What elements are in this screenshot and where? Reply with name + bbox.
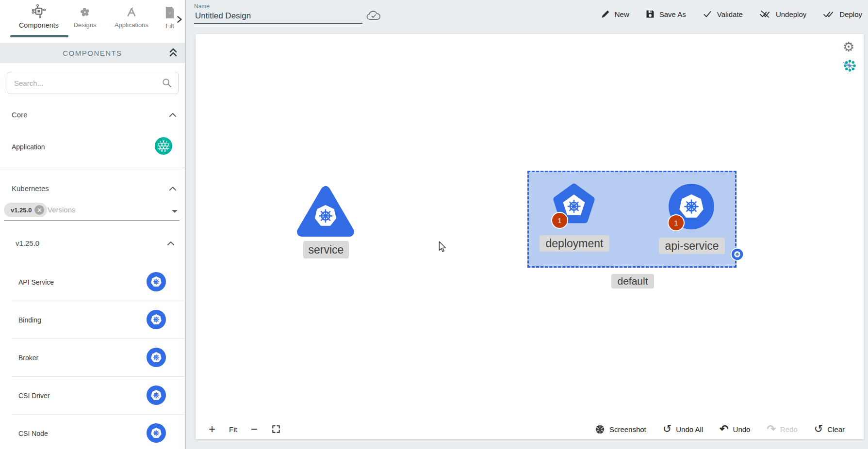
core-collapse-icon[interactable] (169, 112, 177, 117)
redo-button[interactable]: ↷ Redo (767, 424, 797, 434)
component-item[interactable]: Broker (18, 354, 38, 362)
version-chip[interactable]: v1.25.0 ✕ (4, 203, 47, 217)
button-label: Deploy (839, 10, 862, 18)
active-tab-underline (10, 35, 68, 37)
row-divider (12, 301, 185, 301)
check-icon (702, 9, 713, 19)
button-label: Undeploy (776, 10, 806, 18)
deploy-button[interactable]: Deploy (822, 9, 862, 19)
designs-icon (79, 6, 91, 18)
node-label-deployment[interactable]: deployment (540, 235, 609, 252)
section-divider (0, 167, 186, 167)
tabs-scroll-right-icon[interactable] (176, 16, 183, 23)
fit-button[interactable]: Fit (229, 425, 237, 433)
kubernetes-icon[interactable] (147, 348, 166, 367)
button-label: Screenshot (609, 425, 646, 433)
tab-designs[interactable]: Designs (66, 6, 104, 29)
node-service-icon[interactable] (297, 184, 354, 238)
new-button[interactable]: New (601, 9, 629, 19)
design-name-label: Name (194, 3, 210, 10)
undeploy-button[interactable]: Undeploy (759, 9, 806, 19)
button-label: Save As (659, 10, 686, 18)
save-icon (645, 9, 655, 19)
design-name-input[interactable] (194, 11, 361, 21)
clear-button[interactable]: ↺ Clear (814, 424, 845, 434)
versions-select-underline (4, 220, 180, 221)
button-label: Clear (827, 425, 845, 433)
filters-icon: V (164, 6, 176, 19)
components-panel-header: COMPONENTS (0, 43, 185, 63)
panel-title: COMPONENTS (63, 49, 122, 57)
validate-button[interactable]: Validate (702, 9, 743, 19)
history-controls: Screenshot ↺ Undo All ↶ Undo ↷ Redo ↺ Cl… (595, 418, 845, 440)
pencil-icon (601, 9, 610, 19)
app-window: Components Designs (0, 0, 868, 449)
version-chip-label: v1.25.0 (11, 207, 32, 214)
row-divider (12, 414, 185, 415)
cloud-saved-icon (366, 10, 381, 22)
button-label: Validate (717, 10, 743, 18)
shutter-icon (595, 424, 605, 434)
component-item[interactable]: CSI Node (18, 430, 48, 437)
versions-select-placeholder[interactable]: Versions (48, 206, 76, 214)
save-as-button[interactable]: Save As (645, 9, 686, 19)
screenshot-button[interactable]: Screenshot (595, 424, 646, 434)
kubernetes-icon[interactable] (147, 385, 166, 405)
tab-components[interactable]: Components (10, 4, 68, 29)
search-input[interactable] (13, 79, 162, 88)
section-title-core: Core (12, 111, 28, 119)
applications-icon (125, 6, 138, 18)
api-service-count-badge: 1 (668, 214, 685, 231)
kubernetes-collapse-icon[interactable] (169, 186, 177, 191)
node-label-service[interactable]: service (303, 241, 349, 258)
double-check-slash-icon (759, 9, 771, 19)
row-divider (12, 338, 185, 339)
deployment-count-badge: 1 (551, 212, 568, 229)
mouse-cursor (437, 241, 448, 253)
design-actions: New Save As Validate Undeploy (601, 0, 862, 28)
component-item[interactable]: API Service (18, 278, 54, 286)
component-item[interactable]: Binding (18, 316, 41, 324)
button-label: Undo All (676, 425, 703, 433)
components-icon (32, 4, 46, 18)
undo-all-icon: ↺ (663, 424, 671, 434)
canvas-settings-gear-icon[interactable]: ⚙ (843, 41, 854, 54)
node-label-api-service[interactable]: api-service (659, 238, 725, 254)
row-divider (12, 376, 185, 377)
component-search[interactable] (7, 72, 179, 94)
zoom-out-button[interactable]: − (251, 423, 258, 435)
design-name-field[interactable] (194, 11, 361, 21)
double-check-icon (822, 9, 835, 19)
svg-text:V: V (168, 11, 171, 16)
collapse-all-icon[interactable] (168, 47, 178, 58)
section-title-version: v1.25.0 (16, 239, 39, 247)
component-item[interactable]: CSI Driver (18, 392, 50, 400)
clear-icon: ↺ (814, 424, 823, 434)
kubernetes-icon[interactable] (147, 423, 166, 443)
zoom-in-button[interactable]: + (209, 423, 215, 435)
button-label: Redo (780, 425, 798, 433)
components-drawer: Components Designs (0, 0, 186, 449)
button-label: New (615, 10, 629, 18)
section-title-kubernetes: Kubernetes (12, 184, 49, 192)
tab-label: Components (19, 21, 59, 29)
group-kubernetes-icon[interactable] (731, 248, 744, 261)
component-item-application[interactable]: Application (12, 143, 45, 151)
search-icon[interactable] (162, 78, 172, 88)
meshery-application-icon[interactable] (155, 137, 172, 155)
version-collapse-icon[interactable] (167, 241, 175, 246)
versions-dropdown-icon[interactable] (172, 210, 178, 213)
drawer-tabs: Components Designs (0, 0, 185, 43)
chip-remove-icon[interactable]: ✕ (34, 205, 44, 215)
kubernetes-icon[interactable] (147, 310, 166, 329)
fullscreen-icon[interactable] (271, 424, 281, 434)
button-label: Undo (733, 425, 751, 433)
kubernetes-icon[interactable] (147, 272, 166, 291)
undo-button[interactable]: ↶ Undo (720, 424, 750, 434)
tab-label: Applications (115, 21, 148, 29)
cluster-toggle-icon[interactable] (843, 59, 856, 72)
undo-all-button[interactable]: ↺ Undo All (663, 424, 703, 434)
name-field-underline (194, 23, 362, 24)
group-label-default[interactable]: default (611, 274, 654, 289)
tab-applications[interactable]: Applications (109, 6, 154, 29)
